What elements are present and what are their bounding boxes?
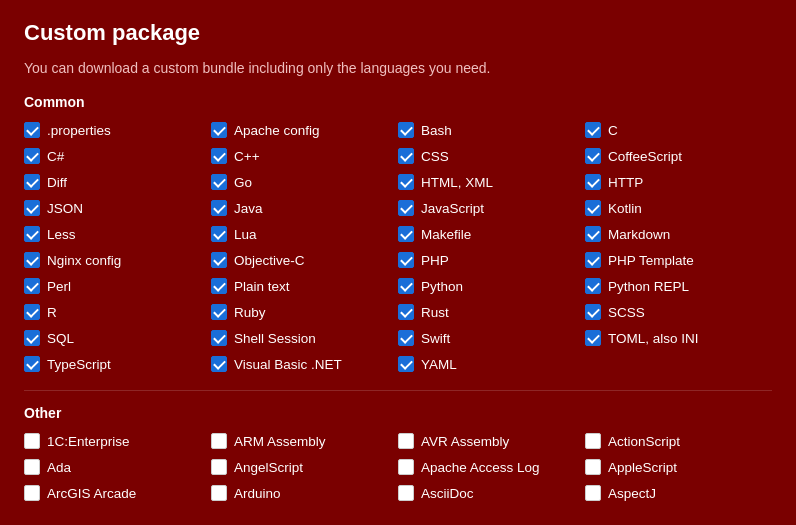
list-item[interactable]: JavaScript xyxy=(398,198,585,218)
list-item[interactable]: Python xyxy=(398,276,585,296)
list-item[interactable]: C xyxy=(585,120,772,140)
list-item[interactable]: Python REPL xyxy=(585,276,772,296)
list-item[interactable]: SQL xyxy=(24,328,211,348)
checkbox-properties[interactable] xyxy=(24,122,40,138)
list-item[interactable]: Markdown xyxy=(585,224,772,244)
list-item[interactable]: YAML xyxy=(398,354,585,374)
checkbox-arduino[interactable] xyxy=(211,485,227,501)
list-item[interactable]: AspectJ xyxy=(585,483,772,503)
list-item[interactable]: Lua xyxy=(211,224,398,244)
checkbox-php[interactable] xyxy=(398,252,414,268)
list-item[interactable]: AngelScript xyxy=(211,457,398,477)
list-item[interactable]: Swift xyxy=(398,328,585,348)
list-item[interactable]: JSON xyxy=(24,198,211,218)
list-item[interactable]: AVR Assembly xyxy=(398,431,585,451)
checkbox-cpp[interactable] xyxy=(211,148,227,164)
checkbox-plain-text[interactable] xyxy=(211,278,227,294)
list-item[interactable]: Rust xyxy=(398,302,585,322)
checkbox-arm-assembly[interactable] xyxy=(211,433,227,449)
checkbox-yaml[interactable] xyxy=(398,356,414,372)
checkbox-php-template[interactable] xyxy=(585,252,601,268)
checkbox-rust[interactable] xyxy=(398,304,414,320)
list-item[interactable]: Nginx config xyxy=(24,250,211,270)
checkbox-css[interactable] xyxy=(398,148,414,164)
checkbox-perl[interactable] xyxy=(24,278,40,294)
list-item[interactable]: Objective-C xyxy=(211,250,398,270)
list-item[interactable]: TOML, also INI xyxy=(585,328,772,348)
checkbox-angelscript[interactable] xyxy=(211,459,227,475)
list-item[interactable]: Kotlin xyxy=(585,198,772,218)
list-item[interactable]: HTML, XML xyxy=(398,172,585,192)
checkbox-typescript[interactable] xyxy=(24,356,40,372)
list-item[interactable]: ArcGIS Arcade xyxy=(24,483,211,503)
list-item[interactable]: Apache config xyxy=(211,120,398,140)
checkbox-r[interactable] xyxy=(24,304,40,320)
checkbox-ruby[interactable] xyxy=(211,304,227,320)
checkbox-coffeescript[interactable] xyxy=(585,148,601,164)
list-item[interactable]: 1C:Enterprise xyxy=(24,431,211,451)
list-item[interactable]: Arduino xyxy=(211,483,398,503)
checkbox-less[interactable] xyxy=(24,226,40,242)
checkbox-asciidoc[interactable] xyxy=(398,485,414,501)
checkbox-sql[interactable] xyxy=(24,330,40,346)
list-item[interactable]: C++ xyxy=(211,146,398,166)
checkbox-python[interactable] xyxy=(398,278,414,294)
list-item[interactable]: Apache Access Log xyxy=(398,457,585,477)
checkbox-avr-assembly[interactable] xyxy=(398,433,414,449)
list-item[interactable]: AsciiDoc xyxy=(398,483,585,503)
list-item[interactable]: TypeScript xyxy=(24,354,211,374)
list-item[interactable]: Bash xyxy=(398,120,585,140)
list-item[interactable]: ARM Assembly xyxy=(211,431,398,451)
checkbox-python-repl[interactable] xyxy=(585,278,601,294)
list-item[interactable]: ActionScript xyxy=(585,431,772,451)
list-item[interactable]: Perl xyxy=(24,276,211,296)
checkbox-shell-session[interactable] xyxy=(211,330,227,346)
checkbox-objective-c[interactable] xyxy=(211,252,227,268)
checkbox-swift[interactable] xyxy=(398,330,414,346)
list-item[interactable]: Makefile xyxy=(398,224,585,244)
checkbox-markdown[interactable] xyxy=(585,226,601,242)
checkbox-actionscript[interactable] xyxy=(585,433,601,449)
list-item[interactable]: CSS xyxy=(398,146,585,166)
checkbox-apache-access-log[interactable] xyxy=(398,459,414,475)
checkbox-lua[interactable] xyxy=(211,226,227,242)
list-item[interactable]: Less xyxy=(24,224,211,244)
list-item[interactable]: Ada xyxy=(24,457,211,477)
checkbox-makefile[interactable] xyxy=(398,226,414,242)
checkbox-bash[interactable] xyxy=(398,122,414,138)
list-item[interactable]: Diff xyxy=(24,172,211,192)
checkbox-json[interactable] xyxy=(24,200,40,216)
checkbox-java[interactable] xyxy=(211,200,227,216)
list-item[interactable]: SCSS xyxy=(585,302,772,322)
checkbox-scss[interactable] xyxy=(585,304,601,320)
list-item[interactable]: PHP xyxy=(398,250,585,270)
checkbox-toml[interactable] xyxy=(585,330,601,346)
checkbox-aspectj[interactable] xyxy=(585,485,601,501)
list-item[interactable]: PHP Template xyxy=(585,250,772,270)
list-item[interactable]: HTTP xyxy=(585,172,772,192)
checkbox-kotlin[interactable] xyxy=(585,200,601,216)
checkbox-apache-config[interactable] xyxy=(211,122,227,138)
checkbox-visual-basic[interactable] xyxy=(211,356,227,372)
checkbox-arcgis-arcade[interactable] xyxy=(24,485,40,501)
checkbox-nginx-config[interactable] xyxy=(24,252,40,268)
list-item[interactable]: Visual Basic .NET xyxy=(211,354,398,374)
checkbox-html-xml[interactable] xyxy=(398,174,414,190)
checkbox-c[interactable] xyxy=(585,122,601,138)
list-item[interactable]: CoffeeScript xyxy=(585,146,772,166)
list-item[interactable]: Java xyxy=(211,198,398,218)
checkbox-javascript[interactable] xyxy=(398,200,414,216)
list-item[interactable]: AppleScript xyxy=(585,457,772,477)
list-item[interactable]: .properties xyxy=(24,120,211,140)
checkbox-1c-enterprise[interactable] xyxy=(24,433,40,449)
checkbox-csharp[interactable] xyxy=(24,148,40,164)
checkbox-ada[interactable] xyxy=(24,459,40,475)
list-item[interactable]: Go xyxy=(211,172,398,192)
list-item[interactable]: C# xyxy=(24,146,211,166)
list-item[interactable]: R xyxy=(24,302,211,322)
list-item[interactable]: Ruby xyxy=(211,302,398,322)
checkbox-http[interactable] xyxy=(585,174,601,190)
checkbox-applescript[interactable] xyxy=(585,459,601,475)
list-item[interactable]: Plain text xyxy=(211,276,398,296)
list-item[interactable]: Shell Session xyxy=(211,328,398,348)
